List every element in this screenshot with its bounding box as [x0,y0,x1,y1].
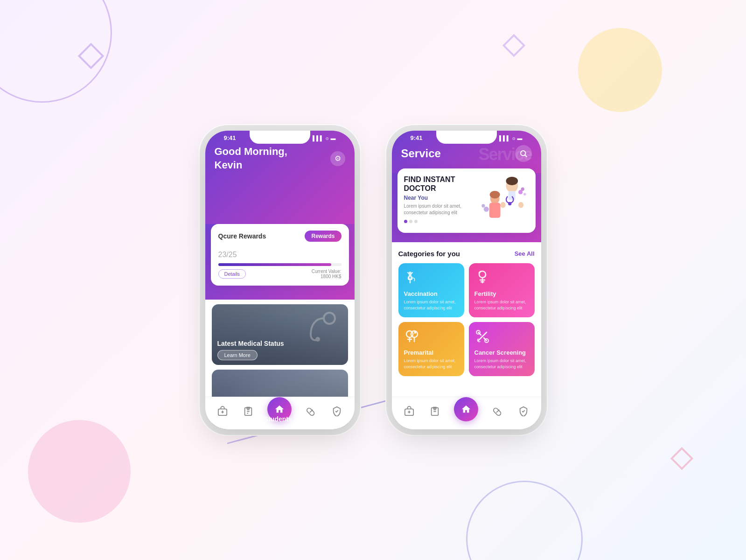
fertility-title: Fertility [474,290,529,297]
doctor-svg [478,175,529,226]
card-title-1: Latest Medical Status [217,340,342,347]
gear-icon[interactable]: ⚙ [330,151,345,166]
svg-line-47 [496,409,499,412]
phone2-time: 9:41 [411,134,423,141]
cancer-icon [474,329,491,345]
categories-title: Categories for you [398,250,460,258]
p2-nav-medical-bag[interactable] [403,405,416,418]
doctor-illustration [478,175,529,226]
rewards-card-header: Qcure Rewards Rewards [218,231,342,242]
doctor-card-content: FIND INSTANT DOCTOR Near You Lorem ipsum… [404,175,473,226]
rewards-card-container: Qcure Rewards Rewards 23/25 Details Curr… [205,224,355,300]
doctor-card-title: FIND INSTANT DOCTOR [404,175,473,193]
vaccination-icon [404,270,421,287]
phone1-time: 9:41 [224,134,236,141]
premarital-title: Premarital [404,349,459,356]
category-fertility[interactable]: Fertility Lorem ipsum dolor sit amet, co… [469,263,535,317]
svg-line-33 [411,273,412,273]
svg-point-22 [489,191,500,199]
svg-point-27 [483,207,488,212]
cancer-title: Cancer Screening [474,349,529,356]
fertility-desc: Lorem ipsum dolor sit amet, consectetur … [474,299,529,311]
premarital-desc: Lorem ipsum dolor sit amet, consectetur … [404,358,459,370]
dot-2 [409,220,412,223]
card-title-2: Latest Medical Students [217,415,342,423]
see-all-button[interactable]: See All [515,250,535,257]
rewards-score: 23/25 [218,245,237,260]
svg-point-19 [500,202,505,208]
service-title: Service [401,147,441,160]
greeting-text: Good Morning, Kevin [215,145,287,172]
phone2-bottom-nav [392,397,541,429]
category-premarital[interactable]: Premarital Lorem ipsum dolor sit amet, c… [398,322,464,376]
p2-pill-icon [491,405,504,418]
rewards-footer: Details Current Value: 1800 HK$ [218,269,342,279]
p2-nav-clipboard[interactable] [428,405,441,418]
p2-home-button[interactable] [454,397,478,421]
phone2: 9:41 ▌▌▌ ⌾ ▬ Service Service [392,131,541,429]
p2-nav-shield[interactable] [517,405,530,418]
current-value: Current Value: 1800 HK$ [312,269,342,279]
card-dots [404,220,473,223]
vaccination-title: Vaccination [404,290,459,297]
p2-wifi-icon: ⌾ [512,135,516,141]
vaccination-desc: Lorem ipsum dolor sit amet, consectetur … [404,299,459,311]
category-cancer[interactable]: Cancer Screening Lorem ipsum dolor sit a… [469,322,535,376]
signal-icon: ▌▌▌ [313,135,323,141]
svg-point-13 [506,177,518,185]
p2-nav-pill[interactable] [491,405,504,418]
dot-1 [404,220,407,223]
dot-3 [414,220,418,223]
p2-medical-bag-icon [403,405,416,418]
p2-nav-home-active[interactable] [454,397,478,425]
bg-circle-yellow [578,28,662,112]
medical-status-card[interactable]: Latest Medical Status Learn More [212,304,348,365]
doctor-card-subtitle: Near You [404,195,473,201]
svg-point-28 [481,204,485,207]
phone1: 9:41 ▌▌▌ ⌾ ▬ Good Morning, Kevin ⚙ [205,131,355,429]
svg-point-35 [410,277,411,278]
phone1-header: 9:41 ▌▌▌ ⌾ ▬ Good Morning, Kevin ⚙ [205,131,355,224]
svg-point-16 [508,202,511,205]
card-text-1: Latest Medical Status Learn More [212,335,348,365]
p2-shield-icon [517,405,530,418]
card-text-2: Latest Medical Students [212,411,348,429]
phone2-status-icons: ▌▌▌ ⌾ ▬ [499,135,522,141]
svg-point-36 [479,271,486,278]
categories-header: Categories for you See All [398,250,535,258]
learn-more-btn-1[interactable]: Learn More [217,350,258,360]
battery-icon: ▬ [331,135,336,141]
cancer-desc: Lorem ipsum dolor sit amet, consectetur … [474,358,529,370]
premarital-icon [404,329,421,345]
doctor-card-desc: Lorem ipsum dolor sit amet, consectetur … [404,203,473,216]
svg-rect-23 [489,203,500,218]
phone1-status-icons: ▌▌▌ ⌾ ▬ [313,135,335,141]
svg-point-0 [324,313,335,324]
svg-point-25 [521,188,524,191]
p2-signal-icon: ▌▌▌ [499,135,510,141]
doctor-card: FIND INSTANT DOCTOR Near You Lorem ipsum… [397,168,536,233]
p2-clipboard-icon [428,405,441,418]
phone1-top-bar: Good Morning, Kevin ⚙ [215,141,345,175]
fertility-icon [474,270,491,287]
svg-rect-15 [509,191,516,200]
rewards-title: Qcure Rewards [218,232,266,240]
greeting-line1: Good Morning, Kevin [215,145,287,172]
bg-circle-pink [28,420,131,523]
rewards-button[interactable]: Rewards [305,231,341,242]
p2-battery-icon: ▬ [517,135,523,141]
rewards-progress-bar [218,263,342,266]
category-vaccination[interactable]: Vaccination Lorem ipsum dolor sit amet, … [398,263,464,317]
phone2-content: Categories for you See All [392,242,541,410]
rewards-card: Qcure Rewards Rewards 23/25 Details Curr… [211,224,349,286]
doctor-card-bg: FIND INSTANT DOCTOR Near You Lorem ipsum… [392,168,541,242]
details-button[interactable]: Details [218,269,246,279]
phone1-notch [250,131,310,144]
svg-point-20 [518,202,523,208]
svg-line-32 [408,273,409,273]
phone2-notch [436,131,497,144]
wifi-icon: ⌾ [326,135,329,141]
rewards-score-container: 23/25 [218,245,342,260]
svg-point-26 [523,193,526,196]
service-bg-text: Service [478,145,531,164]
